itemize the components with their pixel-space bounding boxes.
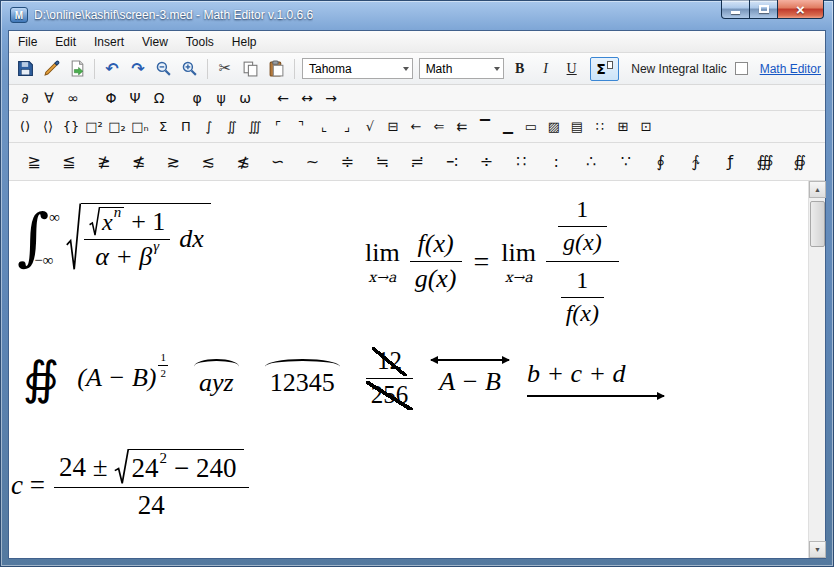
symbol-button[interactable]: ≲ xyxy=(197,149,219,175)
symbol-button[interactable]: ∰ xyxy=(754,149,776,175)
template-button[interactable]: {} xyxy=(61,116,81,138)
vertical-scrollbar[interactable]: ▲ ▼ xyxy=(808,181,825,558)
close-button[interactable]: × xyxy=(777,0,824,19)
symbol-button[interactable]: ≴ xyxy=(232,149,254,175)
symbol-button[interactable]: ∂ xyxy=(15,88,35,108)
template-button[interactable]: ∬ xyxy=(222,116,242,138)
underline-button[interactable]: U xyxy=(560,57,584,81)
template-button[interactable]: Σ xyxy=(153,116,173,138)
template-button[interactable]: ∷ xyxy=(590,116,610,138)
symbol-button[interactable]: Ψ xyxy=(125,88,145,108)
menu-item[interactable]: Help xyxy=(223,31,266,52)
menu-item[interactable]: Tools xyxy=(177,31,223,52)
symbol-button[interactable]: ≑ xyxy=(336,149,358,175)
template-button[interactable]: □² xyxy=(84,116,104,138)
template-button[interactable]: Π xyxy=(176,116,196,138)
titlebar[interactable]: M D:\online\kashif\screen-3.med - Math E… xyxy=(0,0,834,30)
template-button[interactable]: ∭ xyxy=(245,116,265,138)
italic-button[interactable]: I xyxy=(534,57,558,81)
scrollbar-thumb[interactable] xyxy=(810,201,825,247)
template-button[interactable]: ⇐ xyxy=(429,116,449,138)
new-integral-italic-checkbox[interactable] xyxy=(735,62,748,75)
minimize-button[interactable] xyxy=(721,0,750,19)
template-button[interactable]: ▭ xyxy=(521,116,541,138)
template-button[interactable]: () xyxy=(15,116,35,138)
symbol-button[interactable]: Ω xyxy=(149,88,169,108)
symbol-button[interactable]: ∱ xyxy=(684,149,706,175)
symbol-button[interactable]: → xyxy=(321,88,341,108)
template-button[interactable]: ⊟ xyxy=(383,116,403,138)
template-button[interactable]: ∫ xyxy=(199,116,219,138)
symbol-button[interactable]: ω xyxy=(235,88,255,108)
template-button[interactable]: √ xyxy=(360,116,380,138)
cut-button[interactable]: ✂ xyxy=(213,57,237,81)
scroll-down-button[interactable]: ▼ xyxy=(809,541,826,558)
scroll-up-button[interactable]: ▲ xyxy=(809,181,826,198)
template-button[interactable]: ⌝ xyxy=(291,116,311,138)
undo-button[interactable]: ↶ xyxy=(100,57,124,81)
symbol-button[interactable]: ∴ xyxy=(580,149,602,175)
template-button[interactable]: □₂ xyxy=(107,116,127,138)
template-button[interactable]: ⌞ xyxy=(314,116,334,138)
symbol-button[interactable]: ∷ xyxy=(510,149,532,175)
template-button[interactable]: ▔ xyxy=(475,116,495,138)
menu-item[interactable]: Edit xyxy=(46,31,85,52)
template-button[interactable]: ⊡ xyxy=(636,116,656,138)
template-button[interactable]: ⌜ xyxy=(268,116,288,138)
zoom-in-button[interactable] xyxy=(178,57,202,81)
template-button[interactable]: ← xyxy=(406,116,426,138)
symbol-button[interactable]: ≓ xyxy=(406,149,428,175)
menu-item[interactable]: View xyxy=(133,31,177,52)
symbol-button[interactable]: ∵ xyxy=(615,149,637,175)
symbol-button[interactable]: ∮ xyxy=(650,149,672,175)
formula-limit-equation[interactable]: lim x→a f(x) g(x) = lim x→a xyxy=(365,193,619,330)
symbol-button[interactable]: ↔ xyxy=(297,88,317,108)
template-button[interactable]: ⊞ xyxy=(613,116,633,138)
editor-canvas[interactable]: ∫ ∞ −∞ xyxy=(9,181,808,558)
symbol-button[interactable]: ∞ xyxy=(63,88,83,108)
template-button[interactable]: ⇇ xyxy=(452,116,472,138)
menu-item[interactable]: Insert xyxy=(85,31,133,52)
symbol-button[interactable]: ≱ xyxy=(93,149,115,175)
symbol-button[interactable]: ∯ xyxy=(789,149,811,175)
template-button[interactable]: □ₙ xyxy=(130,116,150,138)
draw-pen-button[interactable] xyxy=(39,57,63,81)
symbol-button[interactable]: ~ xyxy=(302,149,324,175)
paste-button[interactable] xyxy=(265,57,289,81)
template-button[interactable]: ▁ xyxy=(498,116,518,138)
copy-button[interactable] xyxy=(239,57,263,81)
template-button[interactable]: ▨ xyxy=(544,116,564,138)
formula-decorations-row[interactable]: ∯ (A − B) 1 2 ayz 12345 12 25 xyxy=(23,347,626,410)
bold-button[interactable]: B xyxy=(508,57,532,81)
symbol-button[interactable]: Φ xyxy=(101,88,121,108)
template-button[interactable]: ▤ xyxy=(567,116,587,138)
maximize-button[interactable] xyxy=(749,0,778,19)
zoom-out-button[interactable] xyxy=(152,57,176,81)
symbol-button[interactable]: : xyxy=(545,149,567,175)
symbol-button[interactable]: ≳ xyxy=(162,149,184,175)
symbol-button[interactable]: φ xyxy=(187,88,207,108)
menu-item[interactable]: File xyxy=(9,31,46,52)
symbol-button[interactable]: ψ xyxy=(211,88,231,108)
symbol-button[interactable]: ≧ xyxy=(23,149,45,175)
redo-button[interactable]: ↷ xyxy=(126,57,150,81)
symbol-button[interactable]: ≒ xyxy=(371,149,393,175)
formula-quadratic[interactable]: c = 24 ± 242− 240 xyxy=(11,449,249,521)
symbol-button[interactable]: ∽ xyxy=(267,149,289,175)
symbol-button[interactable]: ≦ xyxy=(58,149,80,175)
export-button[interactable] xyxy=(65,57,89,81)
template-button[interactable]: ⟨⟩ xyxy=(38,116,58,138)
symbol-button[interactable]: ← xyxy=(273,88,293,108)
symbol-button[interactable]: ƒ xyxy=(719,149,741,175)
template-button[interactable]: ⌟ xyxy=(337,116,357,138)
symbol-button[interactable]: ∀ xyxy=(39,88,59,108)
formula-integral-radical[interactable]: ∫ ∞ −∞ xyxy=(17,203,211,273)
symbol-button[interactable]: ≰ xyxy=(127,149,149,175)
symbol-button[interactable]: ÷ xyxy=(476,149,498,175)
math-editor-link[interactable]: Math Editor xyxy=(760,62,821,76)
symbol-button[interactable]: ∹ xyxy=(441,149,463,175)
math-style-select[interactable]: Math xyxy=(419,58,504,79)
save-button[interactable] xyxy=(13,57,37,81)
equation-mode-button[interactable]: Σ xyxy=(590,57,620,81)
font-family-select[interactable]: Tahoma xyxy=(302,58,413,79)
